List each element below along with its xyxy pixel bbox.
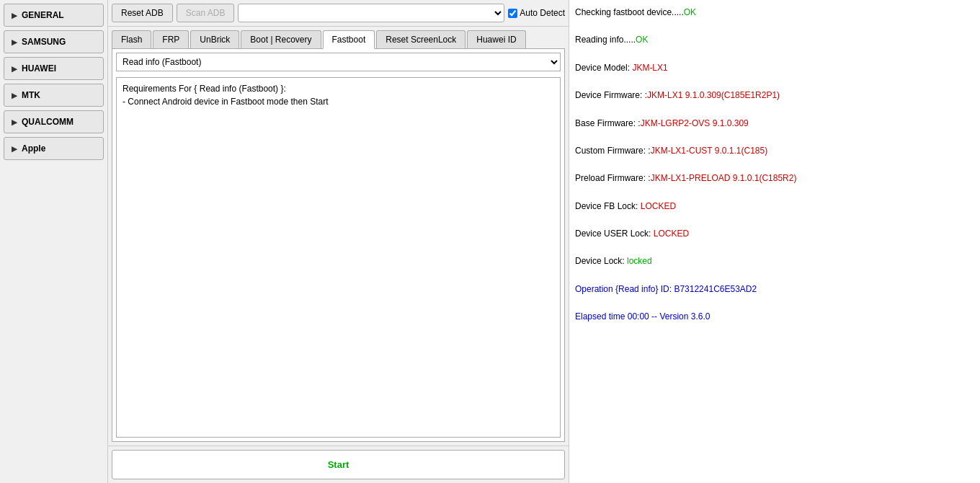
tab-reset-screenlock[interactable]: Reset ScreenLock: [376, 30, 466, 48]
scan-adb-button[interactable]: Scan ADB: [177, 4, 235, 22]
log-panel: Checking fastboot device.....OK Reading …: [569, 0, 980, 483]
tab-huawei-id[interactable]: Huawei ID: [467, 30, 525, 48]
tab-frp[interactable]: FRP: [153, 30, 189, 48]
sidebar: ▶ GENERAL ▶ SAMSUNG ▶ HUAWEI ▶ MTK ▶ QUA…: [0, 0, 108, 483]
start-button[interactable]: Start: [112, 450, 565, 479]
sidebar-item-label: SAMSUNG: [22, 37, 66, 47]
tab-fastboot[interactable]: Fastboot: [323, 30, 375, 49]
tab-content-fastboot: Read info (Fastboot) Requirements For { …: [112, 48, 565, 442]
log-line-1: Checking fastboot device.....OK: [575, 6, 974, 19]
log-line-7: Preload Firmware: :JKM-LX1-PRELOAD 9.1.0…: [575, 172, 974, 185]
sidebar-item-general[interactable]: ▶ GENERAL: [4, 4, 104, 27]
device-select[interactable]: [238, 4, 504, 22]
operation-select-row: Read info (Fastboot): [116, 53, 561, 71]
sidebar-item-mtk[interactable]: ▶ MTK: [4, 84, 104, 107]
arrow-icon: ▶: [12, 65, 17, 73]
auto-detect-text: Auto Detect: [520, 8, 565, 18]
main-content: Reset ADB Scan ADB Auto Detect Flash FRP…: [108, 0, 569, 483]
log-line-2: Reading info.....OK: [575, 33, 974, 47]
log-line-4: Device Firmware: :JKM-LX1 9.1.0.309(C185…: [575, 89, 974, 102]
log-line-11: Operation {Read info} ID: B7312241C6E53A…: [575, 283, 974, 296]
log-line-6: Custom Firmware: :JKM-LX1-CUST 9.0.1.1(C…: [575, 144, 974, 158]
arrow-icon: ▶: [12, 12, 17, 19]
log-line-3: Device Model: JKM-LX1: [575, 61, 974, 75]
arrow-icon: ▶: [12, 92, 17, 99]
sidebar-item-label: Apple: [22, 143, 45, 154]
instructions-title: Requirements For { Read info (Fastboot) …: [122, 84, 554, 94]
tab-boot-recovery[interactable]: Boot | Recovery: [241, 30, 321, 48]
instructions-line1: - Connect Android device in Fastboot mod…: [122, 97, 554, 107]
log-line-9: Device USER Lock: LOCKED: [575, 227, 974, 241]
instructions-box: Requirements For { Read info (Fastboot) …: [116, 77, 561, 438]
sidebar-item-label: MTK: [22, 90, 40, 100]
log-line-8: Device FB Lock: LOCKED: [575, 200, 974, 213]
log-line-12: Elapsed time 00:00 -- Version 3.6.0: [575, 310, 974, 324]
sidebar-item-label: QUALCOMM: [22, 117, 74, 127]
tab-unbrick[interactable]: UnBrick: [190, 30, 239, 48]
sidebar-item-apple[interactable]: ▶ Apple: [4, 137, 104, 160]
arrow-icon: ▶: [12, 145, 17, 153]
log-line-10: Device Lock: locked: [575, 254, 974, 268]
arrow-icon: ▶: [12, 118, 17, 126]
reset-adb-button[interactable]: Reset ADB: [112, 4, 173, 22]
sidebar-item-label: HUAWEI: [22, 63, 56, 74]
auto-detect-label: Auto Detect: [508, 8, 565, 18]
sidebar-item-qualcomm[interactable]: ▶ QUALCOMM: [4, 110, 104, 133]
start-area: Start: [108, 446, 569, 483]
operation-select[interactable]: Read info (Fastboot): [116, 53, 561, 71]
toolbar: Reset ADB Scan ADB Auto Detect: [108, 0, 569, 27]
auto-detect-checkbox[interactable]: [508, 9, 517, 18]
sidebar-item-label: GENERAL: [22, 10, 64, 20]
tab-flash[interactable]: Flash: [112, 30, 151, 48]
log-line-5: Base Firmware: :JKM-LGRP2-OVS 9.1.0.309: [575, 117, 974, 130]
sidebar-item-samsung[interactable]: ▶ SAMSUNG: [4, 30, 104, 53]
sidebar-item-huawei[interactable]: ▶ HUAWEI: [4, 57, 104, 80]
arrow-icon: ▶: [12, 38, 17, 46]
tab-bar: Flash FRP UnBrick Boot | Recovery Fastbo…: [108, 27, 569, 48]
